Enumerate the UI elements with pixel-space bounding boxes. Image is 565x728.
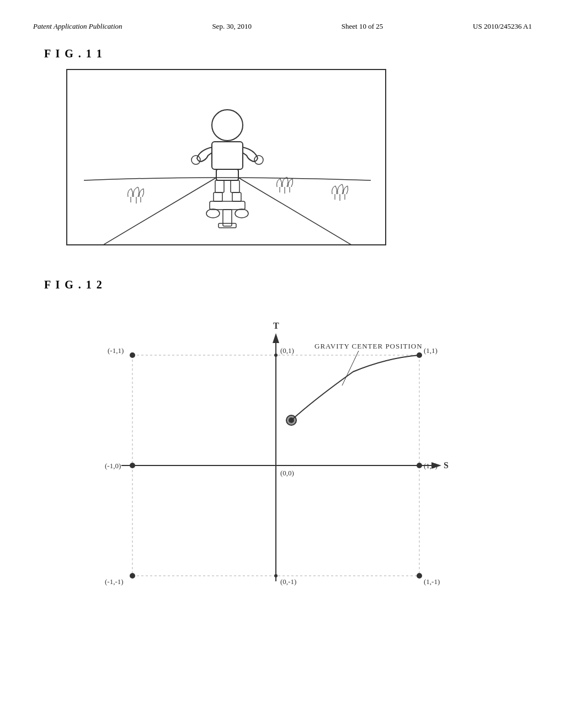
svg-rect-19 xyxy=(232,192,241,201)
svg-text:(0,1): (0,1) xyxy=(280,346,294,355)
svg-point-11 xyxy=(212,110,243,141)
svg-text:(-1,0): (-1,0) xyxy=(105,462,121,470)
svg-rect-16 xyxy=(215,180,224,192)
svg-line-55 xyxy=(342,351,359,386)
fig12-section: F I G . 1 2 T xyxy=(33,279,532,587)
svg-rect-17 xyxy=(231,180,239,192)
svg-rect-18 xyxy=(214,192,222,201)
svg-marker-32 xyxy=(273,333,279,343)
header-sheet: Sheet 10 of 25 xyxy=(342,22,383,31)
fig12-svg: T S (-1,1) (0,1) (1,1) xyxy=(77,300,463,587)
page-header: Patent Application Publication Sep. 30, … xyxy=(33,22,532,31)
fig11-section: F I G . 1 1 xyxy=(33,47,532,245)
svg-point-39 xyxy=(274,354,278,357)
svg-text:(1,-1): (1,-1) xyxy=(424,577,440,586)
svg-rect-15 xyxy=(216,169,238,180)
fig11-label: F I G . 1 1 xyxy=(44,47,532,60)
fig12-chart: T S (-1,1) (0,1) (1,1) xyxy=(77,300,463,587)
svg-text:(-1,1): (-1,1) xyxy=(108,346,124,355)
svg-point-48 xyxy=(130,573,135,579)
svg-rect-12 xyxy=(212,142,243,169)
svg-text:T: T xyxy=(273,321,279,330)
svg-point-37 xyxy=(130,352,135,358)
svg-line-1 xyxy=(238,178,354,245)
fig11-svg xyxy=(67,70,386,245)
svg-point-52 xyxy=(417,573,422,579)
svg-point-22 xyxy=(235,209,248,218)
page: Patent Application Publication Sep. 30, … xyxy=(0,0,565,728)
svg-text:(-1,-1): (-1,-1) xyxy=(105,577,124,586)
fig12-label: F I G . 1 2 xyxy=(44,279,532,291)
svg-line-0 xyxy=(100,178,216,245)
svg-point-14 xyxy=(254,156,263,164)
svg-rect-24 xyxy=(218,223,236,228)
header-patent-number: US 2010/245236 A1 xyxy=(473,22,532,31)
svg-text:S: S xyxy=(444,461,449,470)
svg-text:(0,0): (0,0) xyxy=(280,469,294,477)
svg-point-50 xyxy=(274,574,278,577)
svg-rect-20 xyxy=(210,201,245,210)
svg-text:(1,1): (1,1) xyxy=(424,346,438,355)
svg-text:(1,0): (1,0) xyxy=(424,462,438,470)
svg-text:(0,-1): (0,-1) xyxy=(280,577,296,586)
header-publication-label: Patent Application Publication xyxy=(33,22,122,31)
header-date: Sep. 30, 2010 xyxy=(212,22,252,31)
svg-point-46 xyxy=(417,463,422,468)
svg-point-13 xyxy=(191,156,200,164)
svg-point-43 xyxy=(130,463,135,468)
svg-point-21 xyxy=(206,209,220,218)
fig11-illustration xyxy=(66,69,386,245)
svg-text:GRAVITY CENTER POSITION: GRAVITY CENTER POSITION xyxy=(315,342,423,350)
